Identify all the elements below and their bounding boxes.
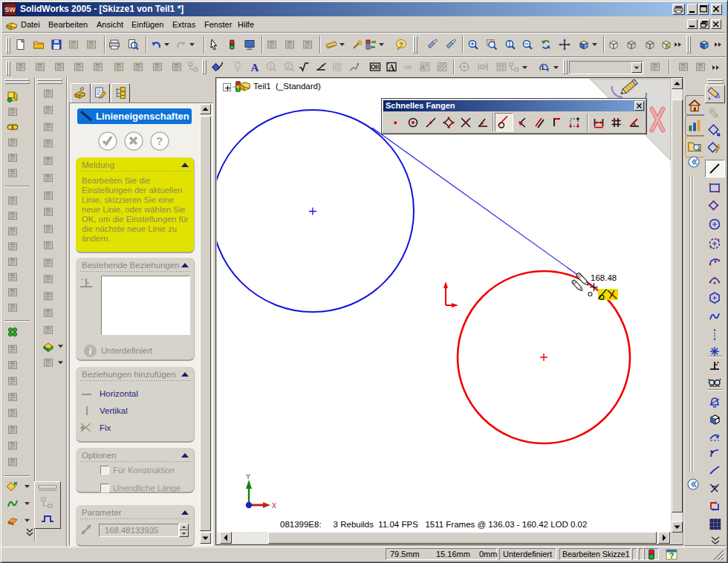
svg-text:X: X xyxy=(272,502,276,510)
svg-text:Y: Y xyxy=(246,473,250,481)
svg-text:L: L xyxy=(542,64,546,71)
svg-text:A: A xyxy=(251,62,259,74)
svg-text:uø: uø xyxy=(404,63,412,71)
svg-text:168.48: 168.48 xyxy=(591,273,617,282)
svg-text:?: ? xyxy=(156,134,163,147)
svg-text:1: 1 xyxy=(287,63,290,70)
svg-text:A: A xyxy=(389,62,395,73)
svg-text:?: ? xyxy=(669,551,675,560)
svg-text:?: ? xyxy=(399,40,403,48)
svg-text:1: 1 xyxy=(269,63,273,70)
svg-text:081399E8: 3 Rebuilds 11.0: 081399E8: 3 Rebuilds 11.04 FPS 1511 Fram… xyxy=(280,520,587,529)
svg-text:A°: A° xyxy=(420,63,428,71)
